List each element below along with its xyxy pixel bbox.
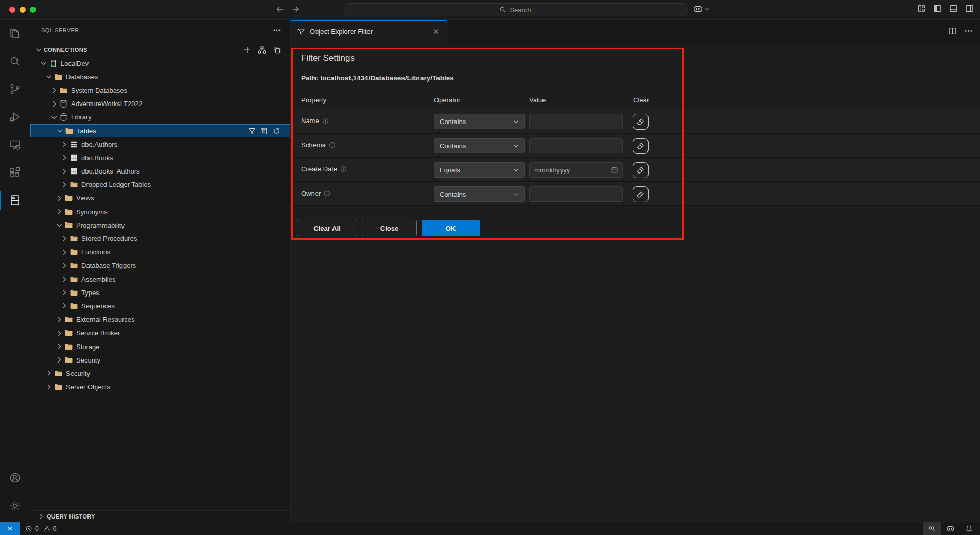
tree-item-system-databases[interactable]: System Databases bbox=[30, 83, 290, 97]
column-header-clear: Clear bbox=[633, 96, 649, 104]
activity-item-source-control[interactable] bbox=[0, 75, 30, 103]
tree-item-dbo-authors[interactable]: dbo.Authors bbox=[30, 137, 290, 151]
customize-layout-icon[interactable] bbox=[917, 4, 926, 13]
tree-item-synonyms[interactable]: Synonyms bbox=[30, 205, 290, 218]
tree-item-service-broker[interactable]: Service Broker bbox=[30, 326, 290, 340]
info-icon bbox=[329, 142, 336, 148]
activity-item-remote-explorer[interactable] bbox=[0, 131, 30, 159]
tree-item-database-triggers[interactable]: Database Triggers bbox=[30, 259, 290, 272]
tree-item-external-resources[interactable]: External Resources bbox=[30, 313, 290, 326]
value-input[interactable] bbox=[530, 142, 622, 150]
tree-item-tables[interactable]: Tables bbox=[30, 124, 290, 137]
new-connection-group-icon[interactable] bbox=[258, 46, 266, 54]
close-tab-icon[interactable] bbox=[432, 28, 440, 36]
activity-item-account[interactable] bbox=[0, 464, 30, 492]
tree-item-label: LocalDev bbox=[61, 60, 89, 67]
tree-item-label: Tables bbox=[77, 127, 96, 135]
clear-row-button[interactable] bbox=[633, 114, 649, 130]
maximize-window-button[interactable] bbox=[30, 7, 36, 13]
close-button[interactable]: Close bbox=[362, 220, 417, 236]
search-icon bbox=[9, 55, 21, 67]
window-controls[interactable] bbox=[9, 7, 36, 13]
activity-item-explorer[interactable] bbox=[0, 20, 30, 47]
page-title: Filter Settings bbox=[301, 53, 355, 63]
calendar-icon[interactable] bbox=[611, 166, 618, 174]
remote-indicator[interactable] bbox=[0, 522, 20, 535]
tab-object-explorer-filter[interactable]: Object Explorer Filter bbox=[291, 20, 447, 43]
more-actions-icon[interactable] bbox=[964, 27, 973, 36]
tree-item-library[interactable]: Library bbox=[30, 111, 290, 124]
tree-item-sequences[interactable]: Sequences bbox=[30, 299, 290, 313]
value-input[interactable] bbox=[530, 191, 622, 198]
ok-button[interactable]: OK bbox=[422, 220, 480, 236]
tree-item-label: Server Objects bbox=[66, 383, 110, 391]
toggle-secondary-sidebar-icon[interactable] bbox=[965, 4, 974, 13]
query-history-section[interactable]: QUERY HISTORY bbox=[30, 510, 290, 522]
clear-all-button[interactable]: Clear All bbox=[297, 220, 357, 236]
activity-item-settings-gear[interactable] bbox=[0, 492, 30, 520]
tree-item-localdev[interactable]: LocalDev bbox=[30, 57, 290, 70]
forward-arrow-icon[interactable] bbox=[291, 5, 300, 13]
tree-item-dropped-ledger-tables[interactable]: Dropped Ledger Tables bbox=[30, 178, 290, 192]
tree-item-functions[interactable]: Functions bbox=[30, 246, 290, 259]
zoom-in-icon[interactable] bbox=[923, 522, 941, 535]
tree-item-dbo-books-authors[interactable]: dbo.Books_Authors bbox=[30, 165, 290, 178]
chevron-down-icon bbox=[40, 59, 48, 67]
new-table-icon[interactable] bbox=[260, 127, 268, 135]
chevron-right-icon bbox=[45, 383, 53, 391]
toggle-sidebar-icon[interactable] bbox=[933, 4, 942, 13]
tree-item-storage[interactable]: Storage bbox=[30, 340, 290, 353]
chevron-right-icon bbox=[55, 329, 63, 337]
tree-item-assemblies[interactable]: Assemblies bbox=[30, 272, 290, 286]
problems-status[interactable]: 0 0 bbox=[25, 525, 56, 532]
tree-item-security[interactable]: Security bbox=[30, 353, 290, 367]
activity-item-sql-server[interactable] bbox=[0, 186, 30, 214]
clear-row-button[interactable] bbox=[633, 162, 649, 178]
back-arrow-icon[interactable] bbox=[276, 5, 284, 13]
copilot-status-icon[interactable] bbox=[941, 522, 960, 535]
activity-item-extensions[interactable] bbox=[0, 159, 30, 186]
activity-item-search[interactable] bbox=[0, 47, 30, 75]
tree-item-label: Synonyms bbox=[76, 208, 108, 216]
tree-item-programmability[interactable]: Programmability bbox=[30, 218, 290, 232]
close-window-button[interactable] bbox=[9, 7, 15, 13]
chevron-right-icon bbox=[45, 369, 53, 377]
operator-select[interactable]: Contains bbox=[434, 114, 525, 129]
operator-select[interactable]: Contains bbox=[434, 186, 525, 202]
explorer-icon bbox=[9, 27, 21, 40]
tree-item-adventureworkslt2022[interactable]: AdventureWorksLT2022 bbox=[30, 97, 290, 111]
tree-item-dbo-books[interactable]: dbo.Books bbox=[30, 151, 290, 164]
tree-item-server-objects[interactable]: Server Objects bbox=[30, 381, 290, 394]
operator-select[interactable]: Equals bbox=[434, 162, 525, 178]
filter-icon bbox=[297, 28, 305, 36]
activity-item-run-debug[interactable] bbox=[0, 103, 30, 131]
filter-icon[interactable] bbox=[248, 127, 256, 135]
filter-row-create-date: Create DateEquals bbox=[291, 158, 980, 182]
refresh-icon[interactable] bbox=[273, 127, 281, 135]
chevron-right-icon bbox=[60, 140, 68, 148]
tree-item-databases[interactable]: Databases bbox=[30, 70, 290, 83]
toggle-panel-icon[interactable] bbox=[949, 4, 958, 13]
tree-item-security[interactable]: Security bbox=[30, 367, 290, 380]
search-icon bbox=[499, 6, 506, 13]
more-actions-icon[interactable] bbox=[273, 26, 281, 34]
value-input[interactable] bbox=[530, 118, 622, 126]
clear-row-button[interactable] bbox=[633, 186, 649, 202]
split-editor-icon[interactable] bbox=[948, 27, 957, 36]
notifications-bell-icon[interactable] bbox=[960, 522, 980, 535]
tree-item-types[interactable]: Types bbox=[30, 286, 290, 299]
tree-item-views[interactable]: Views bbox=[30, 192, 290, 205]
command-center-search[interactable]: Search bbox=[344, 3, 687, 16]
minimize-window-button[interactable] bbox=[20, 7, 26, 13]
new-connection-icon[interactable] bbox=[243, 46, 251, 54]
folder-icon bbox=[69, 288, 78, 297]
operator-select[interactable]: Contains bbox=[434, 138, 525, 153]
copilot-menu[interactable] bbox=[693, 4, 709, 14]
activity-bar bbox=[0, 20, 30, 522]
connections-section-header[interactable]: CONNECTIONS bbox=[30, 43, 290, 57]
new-server-group-icon[interactable] bbox=[273, 46, 281, 54]
value-input[interactable] bbox=[530, 166, 611, 174]
server-icon bbox=[49, 59, 58, 68]
tree-item-stored-procedures[interactable]: Stored Procedures bbox=[30, 232, 290, 245]
clear-row-button[interactable] bbox=[633, 138, 649, 154]
